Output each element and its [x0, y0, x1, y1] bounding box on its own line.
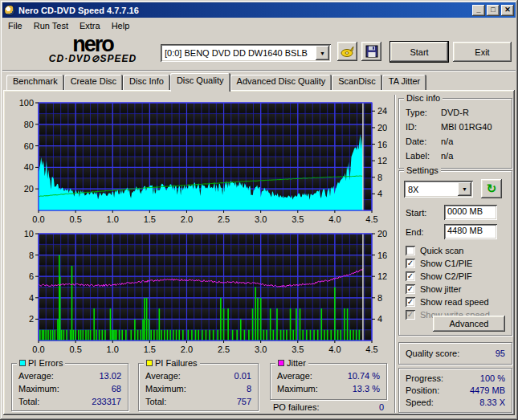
nero-logo: nero CD·DVD⊘SPEED — [27, 35, 159, 63]
stat-value: 233317 — [92, 397, 121, 407]
end-field[interactable]: 4480 MB — [444, 224, 497, 239]
tab-advanced-disc-quality[interactable]: Advanced Disc Quality — [230, 75, 332, 90]
advanced-button[interactable]: Advanced — [433, 316, 505, 332]
svg-text:100: 100 — [19, 98, 34, 108]
position-value: 4479 MB — [470, 385, 505, 396]
refresh-icon: ↻ — [487, 181, 497, 196]
svg-text:20: 20 — [377, 229, 387, 239]
po-failures-label: PO failures: — [273, 402, 319, 412]
svg-text:8: 8 — [377, 173, 382, 182]
svg-text:8: 8 — [377, 293, 382, 303]
svg-text:12: 12 — [377, 271, 387, 281]
checkbox-label: Quick scan — [420, 246, 463, 255]
menu-help[interactable]: Help — [106, 19, 136, 32]
svg-text:1.0: 1.0 — [107, 214, 119, 224]
svg-text:1.5: 1.5 — [144, 214, 156, 224]
minimize-button[interactable]: _ — [472, 5, 485, 16]
pi-errors-group: PI Errors Average:13.02 Maximum:68 Total… — [11, 363, 128, 411]
pi-failures-group: PI Failures Average:0.01 Maximum:8 Total… — [138, 363, 259, 411]
svg-text:8: 8 — [29, 251, 34, 260]
maximize-button[interactable]: □ — [487, 5, 500, 16]
save-button[interactable] — [361, 42, 381, 61]
menu-run-test[interactable]: Run Test — [28, 19, 74, 32]
stat-label: Maximum: — [277, 384, 318, 394]
checkbox-show-c1-pie[interactable]: ✓Show C1/PIE — [406, 258, 472, 269]
start-field[interactable]: 0000 MB — [444, 205, 497, 220]
svg-text:1.5: 1.5 — [144, 345, 156, 354]
checkbox-box[interactable]: ✓ — [406, 259, 415, 268]
start-button[interactable]: Start — [390, 42, 448, 62]
stat-value: 8 — [247, 384, 251, 394]
exit-button[interactable]: Exit — [453, 42, 512, 62]
disc-info-label: ID: — [406, 122, 417, 132]
eject-disc-button[interactable] — [337, 42, 357, 61]
close-button[interactable]: ✕ — [501, 5, 514, 16]
menu-file[interactable]: File — [2, 19, 28, 32]
settings-title: Settings — [404, 165, 441, 175]
stat-label: Average: — [277, 371, 312, 381]
logo-line2: CD·DVD⊘SPEED — [27, 55, 159, 63]
refresh-button[interactable]: ↻ — [481, 179, 502, 198]
stat-label: Total: — [18, 397, 39, 407]
chevron-down-icon[interactable]: ▼ — [316, 46, 329, 60]
checkbox-box[interactable]: ✓ — [406, 284, 415, 294]
window-title: Nero CD-DVD Speed 4.7.7.16 — [18, 6, 471, 15]
svg-text:2.0: 2.0 — [181, 214, 193, 224]
svg-text:2.5: 2.5 — [218, 214, 230, 224]
disc-info-label: Date: — [406, 137, 426, 146]
checkbox-quick-scan[interactable]: Quick scan — [406, 245, 463, 256]
checkbox-box[interactable]: ✓ — [406, 271, 415, 281]
tab-ta-jitter[interactable]: TA Jitter — [382, 75, 427, 90]
svg-text:3.0: 3.0 — [255, 214, 267, 224]
speed-select[interactable]: 8X ▼ — [404, 181, 473, 198]
po-failures-row: PO failures: 0 — [273, 402, 384, 412]
tab-disc-quality[interactable]: Disc Quality — [170, 73, 230, 92]
settings-group: Settings 8X ▼ ↻ Start: 0000 MB End: 4480… — [398, 170, 512, 336]
stat-value: 10.74 % — [348, 371, 380, 381]
svg-text:40: 40 — [24, 162, 34, 172]
stat-value: 757 — [237, 397, 251, 407]
pi-errors-chart: 2040608010048121620240.00.51.01.52.02.53… — [6, 93, 394, 227]
progress-panel: Progress:100 % Position:4479 MB Speed:8.… — [398, 368, 512, 413]
save-icon — [365, 45, 378, 58]
position-label: Position: — [406, 385, 439, 396]
chevron-down-icon[interactable]: ▼ — [458, 182, 471, 196]
progress-label: Progress: — [406, 373, 443, 384]
tab-disc-info[interactable]: Disc Info — [123, 75, 170, 90]
disc-info-label: Type: — [406, 108, 427, 117]
checkbox-box[interactable] — [406, 246, 415, 255]
menu-extra[interactable]: Extra — [74, 19, 106, 32]
svg-text:2.0: 2.0 — [181, 345, 193, 354]
svg-text:3.5: 3.5 — [292, 345, 304, 354]
disc-info-title: Disc info — [404, 93, 443, 103]
title-bar: Nero CD-DVD Speed 4.7.7.16 _ □ ✕ — [2, 2, 516, 18]
tab-bar: BenchmarkCreate DiscDisc InfoDisc Qualit… — [6, 73, 426, 90]
svg-text:2.5: 2.5 — [218, 345, 230, 354]
app-window: Nero CD-DVD Speed 4.7.7.16 _ □ ✕ FileRun… — [0, 0, 518, 420]
checkbox-show-read-speed[interactable]: ✓Show read speed — [406, 296, 489, 308]
speed-label: Speed: — [406, 398, 434, 408]
start-button-label: Start — [410, 47, 428, 57]
quality-score-panel: Quality score: 95 — [398, 342, 512, 365]
checkbox-box[interactable]: ✓ — [406, 310, 415, 320]
checkbox-show-c2-pif[interactable]: ✓Show C2/PIF — [406, 271, 472, 282]
jitter-legend-swatch — [278, 360, 284, 366]
svg-text:3.0: 3.0 — [255, 345, 267, 354]
pi-failures-chart: 246810481216200.00.51.01.52.02.53.03.54.… — [6, 224, 394, 358]
disc-info-label: Label: — [406, 151, 430, 161]
svg-text:4: 4 — [377, 314, 382, 324]
checkbox-box[interactable]: ✓ — [406, 297, 415, 307]
pi-errors-legend-swatch — [19, 360, 26, 366]
jitter-group: Jitter Average:10.74 % Maximum:13.3 % — [270, 363, 387, 400]
tab-benchmark[interactable]: Benchmark — [6, 75, 64, 90]
checkbox-show-jitter[interactable]: ✓Show jitter — [406, 283, 461, 295]
tab-scandisc[interactable]: ScanDisc — [332, 75, 381, 90]
drive-select[interactable]: [0:0] BENQ DVD DD DW1640 BSLB ▼ — [161, 44, 331, 62]
tab-create-disc[interactable]: Create Disc — [64, 75, 123, 90]
eject-disc-icon — [341, 44, 355, 59]
disc-date-value: n/a — [441, 137, 453, 146]
jitter-group-title: Jitter — [287, 358, 306, 368]
svg-text:0.0: 0.0 — [32, 214, 44, 224]
stat-value: 68 — [112, 384, 121, 394]
pi-failures-legend-swatch — [146, 360, 153, 366]
